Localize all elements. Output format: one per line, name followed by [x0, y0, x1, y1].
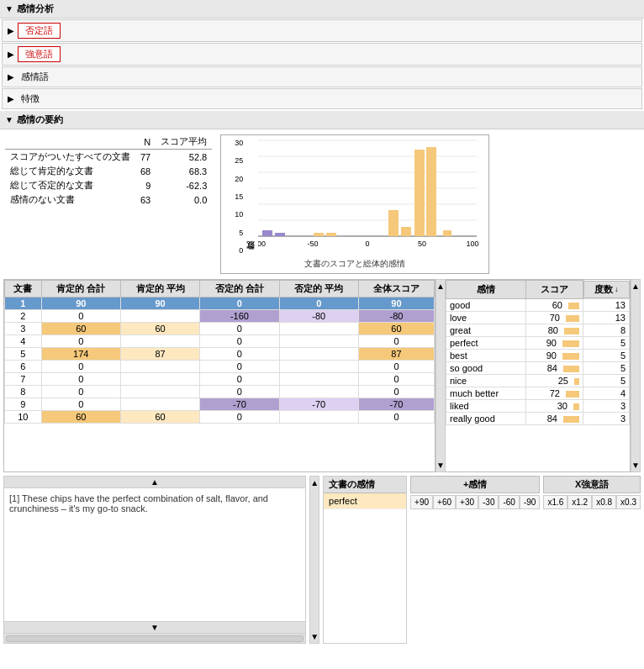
summary-row-avg: 52.8	[156, 150, 212, 165]
sentiment-row[interactable]: liked 30 3	[446, 399, 630, 412]
cell-overall: 0	[358, 361, 434, 373]
score-button[interactable]: -60	[499, 495, 519, 509]
text-scroll-up[interactable]: ▲	[4, 477, 305, 488]
score-button[interactable]: -30	[478, 495, 499, 509]
sentiment-panel: 文書の感情 perfect	[323, 476, 407, 644]
summary-col-avg: スコア平均	[156, 134, 212, 150]
sentiment-score: 84	[525, 412, 583, 424]
cell-pos-avg	[120, 386, 199, 398]
table-row[interactable]: 7 0 0 0	[5, 373, 435, 386]
cell-doc: 9	[5, 398, 42, 411]
cell-overall: 90	[358, 298, 434, 310]
sentiment-row[interactable]: really good 84 3	[446, 412, 630, 424]
score-button[interactable]: +90	[410, 495, 433, 509]
text-hscroll[interactable]	[4, 633, 305, 643]
negation-section[interactable]: ▶ 否定語	[2, 19, 642, 42]
sentiment-row[interactable]: good 60 13	[446, 298, 630, 311]
summary-table-wrapper: N スコア平均 スコアがついたすべての文書 77 52.8 総じて肯定的な文書 …	[5, 134, 212, 274]
summary-col-n: N	[135, 134, 156, 150]
intensifier-button-item[interactable]: x1.6	[543, 495, 567, 509]
right-scroll-down[interactable]: ▼	[631, 461, 640, 470]
cell-pos-avg: 60	[120, 323, 199, 335]
text-area-panel: ▲ [1] These chips have the perfect combi…	[3, 476, 306, 644]
cell-pos-avg	[120, 310, 199, 323]
intensifier-button-item[interactable]: x0.8	[592, 495, 616, 509]
cell-neg-total: 0	[200, 323, 279, 335]
sentiment-count: 13	[583, 298, 629, 311]
sentiment-word: love	[446, 311, 526, 324]
table-row[interactable]: 10 60 60 0 0	[5, 411, 435, 424]
table-row[interactable]: 8 0 0 0	[5, 386, 435, 398]
table-row[interactable]: 1 90 90 0 0 90	[5, 298, 435, 310]
col-overall: 全体スコア	[358, 281, 434, 298]
sentiment-scroll-indicator[interactable]: ▲ ▼	[309, 476, 319, 644]
cell-overall: -80	[358, 310, 434, 323]
sentiment-count: 5	[583, 336, 629, 349]
right-scroll-bar[interactable]: ▲ ▼	[631, 279, 641, 472]
col-neg-total: 否定的 合計	[200, 281, 279, 298]
sentiment-word: good	[446, 298, 526, 311]
table-row[interactable]: 5 174 87 0 87	[5, 348, 435, 361]
svg-rect-9	[275, 233, 285, 236]
sentiment-words-label: 感情語	[18, 70, 52, 84]
sentiment-row[interactable]: so good 84 5	[446, 361, 630, 374]
sentiment-row[interactable]: much better 72 4	[446, 387, 630, 399]
sentiment-row[interactable]: nice 25 5	[446, 374, 630, 387]
cell-neg-avg	[279, 373, 358, 386]
summary-title: 感情の要約	[17, 113, 63, 126]
table-scroll-bar[interactable]: ▲ ▼	[435, 279, 446, 472]
col-doc: 文書	[5, 281, 42, 298]
score-button[interactable]: +30	[456, 495, 478, 509]
scroll-up-icon[interactable]: ▲	[436, 282, 445, 291]
sentiment-row[interactable]: best 90 5	[446, 349, 630, 361]
score-button[interactable]: +60	[433, 495, 456, 509]
cell-overall: 0	[358, 373, 434, 386]
cell-neg-avg	[279, 361, 358, 373]
right-scroll-up[interactable]: ▲	[631, 282, 640, 291]
intensifier-section[interactable]: ▶ 強意語	[2, 43, 642, 66]
sentiment-score: 30	[525, 399, 583, 412]
table-row[interactable]: 2 0 -160 -80 -80	[5, 310, 435, 323]
summary-row: スコアがついたすべての文書 77 52.8	[5, 150, 212, 165]
scroll-down-icon[interactable]: ▼	[436, 461, 445, 470]
features-section[interactable]: ▶ 特徴	[2, 88, 642, 109]
sentiment-row[interactable]: perfect 90 5	[446, 336, 630, 349]
text-content: [1] These chips have the perfect combina…	[4, 488, 305, 621]
bottom-right-area: ▲ ▼ 文書の感情 perfect +感情 +90+60+30-30-60-90…	[309, 476, 641, 644]
text-scroll-down[interactable]: ▼	[4, 621, 305, 633]
table-row[interactable]: 6 0 0 0	[5, 361, 435, 373]
sentiment-row[interactable]: great 80 8	[446, 324, 630, 336]
features-arrow: ▶	[8, 94, 14, 103]
sentiment-word: nice	[446, 374, 526, 387]
table-row[interactable]: 9 0 -70 -70 -70	[5, 398, 435, 411]
intensifier-button[interactable]: 強意語	[18, 46, 61, 62]
sentiment-word: really good	[446, 412, 526, 424]
cell-pos-total: 0	[41, 398, 120, 411]
cell-pos-avg	[120, 373, 199, 386]
sentiment-words-section[interactable]: ▶ 感情語	[2, 66, 642, 87]
table-row[interactable]: 4 0 0 0	[5, 335, 435, 348]
cell-overall: 60	[358, 323, 434, 335]
score-button[interactable]: -90	[520, 495, 540, 509]
main-section-header[interactable]: ▼ 感情分析	[0, 0, 644, 18]
cell-pos-avg: 87	[120, 348, 199, 361]
svg-text:-50: -50	[308, 240, 319, 248]
table-row[interactable]: 3 60 60 0 60	[5, 323, 435, 335]
sentiment-word-selected[interactable]: perfect	[324, 493, 406, 509]
sentiment-panel-header: 文書の感情	[324, 477, 406, 493]
cell-pos-avg	[120, 361, 199, 373]
negation-button[interactable]: 否定語	[18, 23, 61, 39]
summary-row: 総じて否定的な文書 9 -62.3	[5, 178, 212, 192]
cell-doc: 5	[5, 348, 42, 361]
cell-doc: 2	[5, 310, 42, 323]
summary-row-avg: -62.3	[156, 178, 212, 192]
cell-pos-total: 0	[41, 335, 120, 348]
intensifier-button-item[interactable]: x1.2	[567, 495, 592, 509]
summary-section-header[interactable]: ▼ 感情の要約	[0, 111, 644, 129]
summary-row-n: 63	[135, 192, 156, 207]
sentiment-row[interactable]: love 70 13	[446, 311, 630, 324]
sentiment-words-arrow: ▶	[8, 72, 14, 82]
intensifier-button-item[interactable]: x0.3	[616, 495, 641, 509]
cell-overall: 0	[358, 386, 434, 398]
cell-neg-avg	[279, 411, 358, 424]
